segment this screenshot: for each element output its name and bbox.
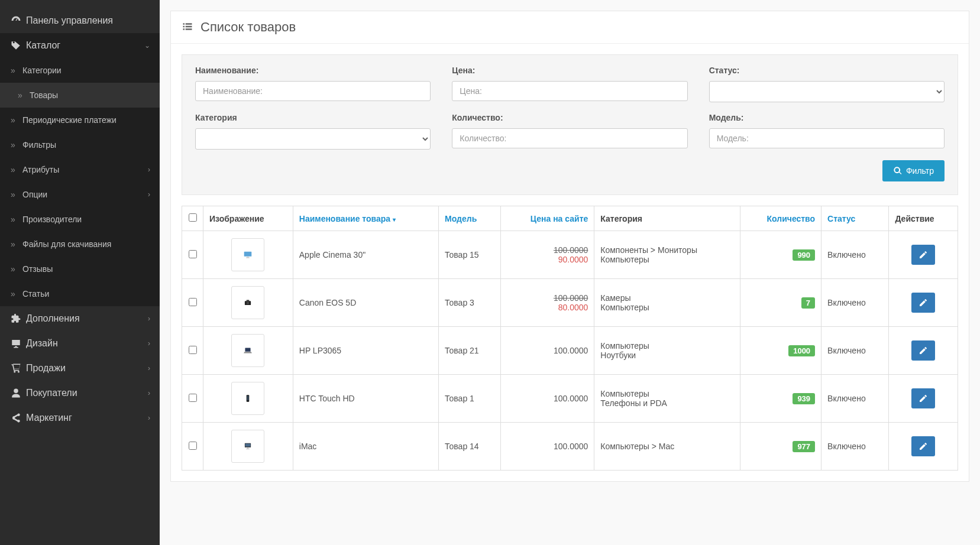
cell-category: Компоненты > МониторыКомпьютеры [594,231,740,279]
filter-box: Наименование: Цена: Статус: Категория [182,54,958,195]
filter-button[interactable]: Фильтр [882,160,945,181]
product-thumb [231,430,264,463]
page-title: Список товаров [200,20,296,35]
col-status[interactable]: Статус [821,206,889,231]
sidebar-item-3[interactable]: Дизайн› [0,331,160,356]
raquo-icon: » [11,215,22,224]
chevron-right-icon: › [148,414,150,422]
chevron-right-icon: › [148,314,150,323]
filter-quantity-input[interactable] [452,128,687,148]
main-content: Список товаров Наименование: Цена: Стату… [160,0,980,545]
cell-quantity: 7 [740,279,821,327]
filter-price-input[interactable] [452,81,687,101]
filter-status-select[interactable] [709,81,945,102]
svg-rect-12 [247,449,250,449]
row-checkbox[interactable] [189,250,197,258]
sidebar-sub-item-8[interactable]: »Отзывы [0,257,160,281]
row-checkbox[interactable] [189,298,197,306]
filter-name-input[interactable] [195,81,431,101]
sidebar-sub-item-3[interactable]: »Фильтры [0,132,160,157]
cell-model: Товар 3 [439,279,501,327]
sidebar-sub-item-2[interactable]: »Периодические платежи [0,108,160,132]
cell-name: Canon EOS 5D [293,279,438,327]
col-quantity[interactable]: Количество [740,206,821,231]
col-action: Действие [889,206,958,231]
price-new: 90.0000 [507,255,588,264]
sidebar-submenu: »Категории»Товары»Периодические платежи»… [0,58,160,306]
cell-category: Компьютеры > Mac [594,423,740,471]
sidebar-sub-label: Периодические платежи [22,115,117,125]
chevron-right-icon: › [148,190,150,199]
quantity-badge: 990 [793,249,815,261]
col-model[interactable]: Модель [439,206,501,231]
edit-button[interactable] [911,388,935,408]
col-name[interactable]: Наименование товара▾ [293,206,438,231]
cell-quantity: 990 [740,231,821,279]
edit-button[interactable] [911,293,935,313]
cart-icon [11,363,26,374]
sidebar-sub-item-5[interactable]: »Опции› [0,182,160,207]
sidebar-sub-item-7[interactable]: »Файлы для скачивания [0,232,160,257]
category-line: Камеры [600,293,734,303]
raquo-icon: » [11,289,22,299]
tag-icon [11,40,26,51]
price: 100.0000 [507,346,588,355]
filter-button-label: Фильтр [906,166,934,176]
cell-status: Включено [821,375,889,423]
chevron-right-icon: › [148,166,150,174]
filter-category-select[interactable] [195,128,431,150]
sidebar-item-5[interactable]: Покупатели› [0,381,160,405]
sidebar-sub-item-4[interactable]: »Атрибуты› [0,157,160,182]
products-table: Изображение Наименование товара▾ Модель … [182,206,958,471]
cell-name: HTC Touch HD [293,375,438,423]
filter-model-input[interactable] [709,128,945,148]
cell-price: 100.0000 [501,423,594,471]
user-icon [11,388,26,398]
svg-rect-5 [247,300,250,301]
sidebar-sub-item-1[interactable]: »Товары [0,83,160,108]
category-line: Компьютеры [600,341,734,351]
sidebar-item-0[interactable]: Панель управления [0,8,160,33]
list-icon [182,21,193,34]
category-line: Ноутбуки [600,351,734,360]
category-line: Компоненты > Мониторы [600,245,734,255]
select-all-checkbox[interactable] [189,213,197,222]
row-checkbox[interactable] [189,442,197,450]
sidebar-item-4[interactable]: Продажи› [0,356,160,381]
edit-button[interactable] [911,436,935,456]
sidebar-sub-item-6[interactable]: »Производители [0,207,160,232]
edit-button[interactable] [911,245,935,265]
puzzle-icon [11,313,26,324]
row-checkbox[interactable] [189,346,197,354]
col-price[interactable]: Цена на сайте [501,206,594,231]
sidebar-sub-label: Фильтры [22,140,56,150]
sidebar-sub-item-0[interactable]: »Категории [0,58,160,83]
product-thumb [231,238,264,271]
edit-button[interactable] [911,340,935,361]
sidebar-item-2[interactable]: Дополнения› [0,306,160,331]
svg-rect-2 [247,258,250,258]
dashboard-icon [11,15,26,26]
cell-model: Товар 21 [439,327,501,375]
sidebar-item-label: Дизайн [26,338,58,349]
filter-name-label: Наименование: [195,66,431,75]
sidebar-item-label: Продажи [26,363,66,374]
products-panel: Список товаров Наименование: Цена: Стату… [170,11,969,482]
sidebar-sub-label: Статьи [22,289,49,299]
table-row: iMac Товар 14 100.0000 Компьютеры > Mac … [182,423,958,471]
cell-model: Товар 1 [439,375,501,423]
monitor-icon [11,338,26,349]
sidebar-item-6[interactable]: Маркетинг› [0,405,160,430]
sidebar-sub-label: Опции [22,190,47,199]
cell-quantity: 977 [740,423,821,471]
row-checkbox[interactable] [189,394,197,402]
sidebar-item-1[interactable]: Каталог⌄ [0,33,160,58]
quantity-badge: 7 [801,297,815,309]
raquo-icon: » [11,264,22,274]
category-line: Компьютеры > Mac [600,442,734,451]
filter-quantity-label: Количество: [452,113,687,122]
sidebar-item-label: Каталог [26,40,60,51]
panel-header: Список товаров [171,11,969,44]
sidebar-sub-item-9[interactable]: »Статьи [0,281,160,306]
table-row: Canon EOS 5D Товар 3 100.000080.0000 Кам… [182,279,958,327]
